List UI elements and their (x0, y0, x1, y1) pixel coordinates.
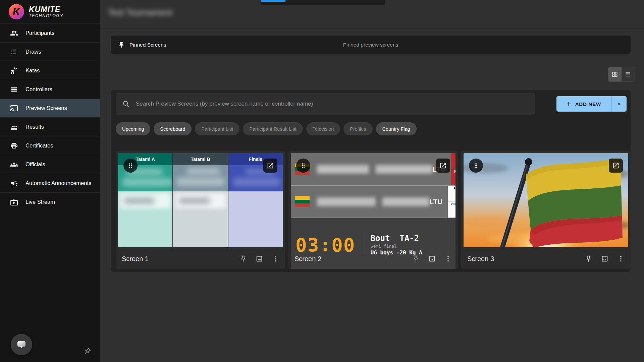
open-in-new-icon (267, 162, 274, 169)
header-divider (100, 28, 644, 28)
finals-upcoming (228, 191, 283, 247)
filter-chip-scoreboard[interactable]: Scoreboard (154, 122, 192, 135)
results-chart-icon (10, 123, 18, 131)
competitor-row-2: LTU POINTS 0 PENALTIES 0 (291, 186, 455, 218)
country-code: LTU (429, 198, 442, 206)
screensaver-image-icon[interactable] (256, 255, 263, 262)
pin-screen-icon[interactable] (239, 255, 247, 262)
live-tv-icon (10, 198, 18, 206)
pinned-screens-title: Pinned Screens (129, 42, 166, 48)
more-options-icon[interactable] (617, 255, 625, 262)
controllers-icon (10, 85, 18, 94)
page-title: Test Tournament (108, 7, 172, 18)
add-new-button[interactable]: + ADD NEW (556, 96, 611, 112)
sidebar-item-officials[interactable]: Officials (0, 155, 100, 174)
printer-icon (10, 142, 18, 150)
screen-name: Screen 3 (467, 255, 494, 263)
pin-icon (118, 42, 125, 48)
brand-name: KUMITE (29, 5, 63, 13)
pin-screen-icon[interactable] (412, 255, 420, 262)
sidebar-item-participants[interactable]: Participants (0, 23, 100, 42)
open-in-new-icon (612, 162, 620, 169)
penalties-label: PENALTIES (451, 203, 455, 206)
brand-tagline: TECHNOLOGY (29, 13, 63, 18)
filter-chip-profiles[interactable]: Profiles (343, 122, 372, 135)
add-new-dropdown-button[interactable]: ▾ (611, 96, 627, 112)
sidebar-item-certificates[interactable]: Certificates (0, 136, 100, 155)
pinned-screens-bar: Pinned Screens Pinned preview screens (111, 36, 631, 54)
more-options-icon[interactable] (272, 255, 279, 262)
open-in-new-button[interactable] (436, 159, 450, 173)
filter-chip-television[interactable]: Television (306, 122, 340, 135)
sidebar-item-preview-screens[interactable]: Preview Screens (0, 99, 100, 117)
groups-icon (10, 161, 18, 169)
screensaver-image-icon[interactable] (601, 255, 608, 262)
chevron-down-icon: ▾ (618, 102, 620, 107)
sidebar-item-katas[interactable]: Katas (0, 61, 100, 80)
tatami-b-current (173, 165, 227, 191)
drag-handle[interactable] (296, 159, 310, 173)
screen-3-footer: Screen 3 (461, 249, 631, 269)
drag-handle[interactable] (123, 159, 138, 173)
more-options-icon[interactable] (444, 255, 452, 262)
screen-name: Screen 2 (294, 255, 321, 263)
screen-2-footer: Screen 2 (288, 249, 458, 269)
screen-card-3: Screen 3 (461, 151, 631, 269)
pin-screen-icon[interactable] (585, 255, 592, 262)
bout-number: Bout TA-2 (371, 234, 422, 243)
tatami-a-upcoming (118, 191, 172, 247)
open-in-new-button[interactable] (263, 159, 277, 173)
chat-button[interactable] (11, 334, 32, 355)
sidebar-item-live-stream[interactable]: Live Stream (0, 192, 100, 211)
top-tab-bar (261, 0, 385, 5)
sidebar-item-results[interactable]: Results (0, 117, 100, 136)
sidebar-item-automatic-announcements[interactable]: Automatic Announcements (0, 174, 100, 192)
sidebar: K KUMITE TECHNOLOGY Participants Draws K… (0, 0, 100, 362)
screen-1-footer: Screen 1 (116, 249, 285, 269)
search-icon (122, 100, 130, 108)
brand-logo: K KUMITE TECHNOLOGY (0, 0, 100, 23)
list-view-icon (625, 71, 631, 78)
open-in-new-button[interactable] (609, 159, 623, 173)
penalties-label: PENALTIES (454, 170, 455, 173)
preview-screens-panel: + ADD NEW ▾ Upcoming Scoreboard Particip… (111, 90, 631, 272)
view-toggle (608, 67, 635, 82)
sidebar-nav: Participants Draws Katas Controllers Pre… (0, 23, 100, 211)
bout-round: Semi final (371, 244, 422, 249)
search-input[interactable] (135, 100, 528, 108)
screen-cards: Tatami A Tatami B (116, 151, 631, 269)
martial-arts-icon (10, 67, 18, 75)
tab-indicator (261, 0, 285, 2)
screen-card-2: LTU POINTS 0 PENALTIES 0 (288, 151, 458, 269)
open-in-new-icon (439, 162, 447, 169)
pinned-screens-hint: Pinned preview screens (343, 42, 398, 48)
grid-view-button[interactable] (608, 67, 622, 81)
drag-dots-icon (300, 162, 307, 169)
add-new-label: ADD NEW (575, 101, 601, 107)
score-panel-red: POINTS 0 PENALTIES 0 (451, 153, 455, 185)
plus-icon: + (567, 100, 571, 108)
chat-bubble-icon (16, 339, 27, 350)
screen-card-1: Tatami A Tatami B (116, 151, 285, 269)
search-bar (116, 93, 535, 115)
tatami-b-column: Tatami B (172, 153, 227, 247)
kumite-logo-icon: K (9, 4, 24, 19)
sidebar-pin-icon[interactable] (82, 346, 93, 357)
filter-chip-participant-list[interactable]: Participant List (195, 122, 239, 135)
filter-chip-participant-result-list[interactable]: Participant Result List (243, 122, 303, 135)
sidebar-item-draws[interactable]: Draws (0, 42, 100, 61)
lithuania-flag-icon (295, 196, 310, 207)
competitor-row-1: LTU POINTS 0 PENALTIES 0 (291, 153, 455, 185)
list-view-button[interactable] (622, 67, 635, 81)
screen-3-preview (464, 153, 628, 247)
drag-dots-icon (127, 162, 134, 169)
drag-handle[interactable] (469, 159, 483, 173)
screen-1-preview: Tatami A Tatami B (118, 153, 283, 247)
filter-chips: Upcoming Scoreboard Participant List Par… (116, 122, 417, 135)
filter-chip-upcoming[interactable]: Upcoming (116, 122, 150, 135)
sidebar-item-controllers[interactable]: Controllers (0, 80, 100, 99)
tatami-b-upcoming (173, 191, 227, 247)
score-panel-white: POINTS 0 PENALTIES 0 (448, 186, 455, 218)
filter-chip-country-flag[interactable]: Country Flag (376, 122, 417, 135)
screensaver-image-icon[interactable] (428, 255, 436, 262)
